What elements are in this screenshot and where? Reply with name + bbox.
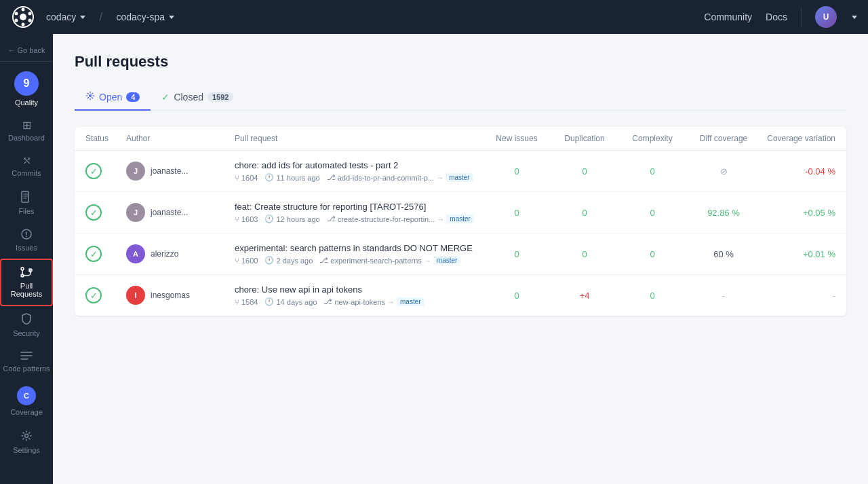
author-name: joanaste... (151, 166, 188, 176)
community-link[interactable]: Community (704, 12, 752, 22)
repo-name: codacy-spa (116, 12, 165, 22)
docs-link[interactable]: Docs (766, 12, 787, 22)
open-tab-label: Open (99, 92, 122, 103)
pr-branch: ⎇ new-api-tokens → master (323, 297, 424, 306)
header-author: Author (126, 134, 235, 143)
settings-icon (20, 430, 33, 443)
sidebar-item-issues-label: Issues (16, 244, 37, 252)
complexity-cell: 0 (618, 249, 686, 259)
header-new-issues: New issues (483, 134, 551, 143)
org-selector[interactable]: codacy (41, 9, 91, 25)
svg-point-6 (15, 19, 18, 22)
avatar: I (126, 286, 145, 305)
pr-time: 🕐 2 days ago (264, 256, 313, 265)
pr-branch: ⎇ add-ids-to-pr-and-commit-p... → master (327, 173, 473, 182)
pr-info: chore: add ids for automated tests - par… (235, 160, 483, 182)
diff-coverage-cell: ⊘ (686, 166, 761, 176)
svg-point-10 (21, 267, 24, 270)
open-tab-icon (85, 91, 95, 103)
user-chevron-icon (852, 16, 857, 19)
sidebar-item-dashboard[interactable]: ⊞ Dashboard (0, 113, 53, 149)
user-avatar[interactable]: U (815, 6, 837, 28)
top-navigation: codacy / codacy-spa Community Docs U (0, 0, 868, 34)
pr-time: 🕐 12 hours ago (264, 215, 319, 223)
author-cell: J joanaste... (126, 203, 235, 222)
issues-icon (21, 229, 32, 241)
complexity-cell: 0 (618, 208, 686, 218)
pr-title: experimental: search patterns in standar… (235, 243, 483, 253)
dashboard-icon: ⊞ (22, 120, 31, 131)
coverage-variation-cell: +0.05 % (761, 208, 835, 218)
new-issues-cell: 0 (483, 291, 551, 301)
status-cell: ✓ (85, 287, 126, 303)
avatar: A (126, 244, 145, 263)
topnav-right: Community Docs U (704, 6, 857, 28)
sidebar-item-commits[interactable]: ⤲ Commits (0, 149, 53, 184)
svg-point-4 (28, 19, 32, 22)
code-patterns-icon (20, 351, 33, 362)
coverage-variation-cell: -0.04 % (761, 166, 835, 176)
org-chevron-icon (80, 16, 85, 19)
table-row[interactable]: ✓ A alerizzo experimental: search patter… (75, 234, 846, 275)
avatar: J (126, 162, 145, 181)
sidebar-item-settings-label: Settings (13, 446, 40, 454)
pr-number: ⑂ 1600 (235, 257, 258, 265)
sidebar-item-pull-requests[interactable]: Pull Requests (0, 259, 53, 306)
status-passed-icon: ✓ (85, 204, 102, 221)
pull-requests-icon (20, 267, 33, 279)
sidebar-item-files[interactable]: Files (0, 184, 53, 222)
header-duplication: Duplication (551, 134, 618, 143)
closed-tab-label: Closed (174, 92, 203, 103)
sidebar-item-quality-label: Quality (15, 98, 38, 107)
go-back-button[interactable]: ← Go back (0, 39, 53, 62)
logo[interactable] (11, 5, 35, 29)
nav-divider (801, 7, 802, 26)
sidebar: ← Go back 9 Quality ⊞ Dashboard ⤲ Commit… (0, 34, 53, 484)
repo-selector[interactable]: codacy-spa (111, 9, 180, 25)
sidebar-item-pull-requests-label: Pull Requests (4, 282, 49, 298)
pr-number: ⑂ 1603 (235, 215, 258, 223)
sidebar-item-settings[interactable]: Settings (0, 423, 53, 461)
pr-meta: ⑂ 1600 🕐 2 days ago ⎇ experiment-search-… (235, 256, 483, 265)
duplication-cell: 0 (551, 166, 618, 176)
pr-info: experimental: search patterns in standar… (235, 243, 483, 265)
svg-point-14 (89, 94, 92, 97)
pr-branch: ⎇ create-structure-for-reportin... → mas… (327, 215, 474, 223)
sidebar-item-code-patterns-label: Code patterns (3, 365, 50, 373)
sidebar-item-quality[interactable]: 9 Quality (0, 64, 53, 113)
pr-title: feat: Create structure for reporting [TA… (235, 202, 483, 212)
author-name: inesgomas (151, 291, 190, 300)
coverage-icon: C (17, 386, 36, 405)
tab-closed[interactable]: ✓ Closed 1592 (151, 85, 244, 111)
commits-icon: ⤲ (22, 155, 31, 166)
header-diff-coverage: Diff coverage (686, 134, 761, 143)
header-status: Status (85, 134, 126, 143)
pull-requests-table: Status Author Pull request New issues Du… (75, 127, 846, 316)
svg-rect-8 (22, 191, 28, 202)
svg-point-5 (22, 23, 25, 26)
pr-time: 🕐 11 hours ago (264, 173, 319, 182)
diff-coverage-cell: - (686, 291, 761, 301)
pr-tabs: Open 4 ✓ Closed 1592 (75, 84, 846, 111)
security-icon (21, 313, 32, 327)
sidebar-item-dashboard-label: Dashboard (8, 134, 45, 142)
pr-meta: ⑂ 1584 🕐 14 days ago ⎇ new-api-tokens → … (235, 297, 483, 306)
repo-chevron-icon (169, 16, 174, 19)
table-row[interactable]: ✓ J joanaste... chore: add ids for autom… (75, 151, 846, 192)
sidebar-item-coverage[interactable]: C Coverage (0, 379, 53, 423)
sidebar-item-issues[interactable]: Issues (0, 222, 53, 259)
pr-meta: ⑂ 1603 🕐 12 hours ago ⎇ create-structure… (235, 215, 483, 223)
sidebar-item-security[interactable]: Security (0, 306, 53, 344)
table-row[interactable]: ✓ J joanaste... feat: Create structure f… (75, 192, 846, 234)
files-icon (21, 191, 32, 204)
author-cell: I inesgomas (126, 286, 235, 305)
pr-branch: ⎇ experiment-search-patterns → master (319, 256, 460, 265)
pr-info: feat: Create structure for reporting [TA… (235, 202, 483, 223)
pr-title: chore: Use new api in api tokens (235, 284, 483, 295)
sidebar-item-code-patterns[interactable]: Code patterns (0, 344, 53, 379)
diff-coverage-cell: 60 % (686, 249, 761, 259)
pr-meta: ⑂ 1604 🕐 11 hours ago ⎇ add-ids-to-pr-an… (235, 173, 483, 182)
svg-point-13 (25, 434, 28, 438)
table-row[interactable]: ✓ I inesgomas chore: Use new api in api … (75, 275, 846, 316)
tab-open[interactable]: Open 4 (75, 84, 151, 111)
